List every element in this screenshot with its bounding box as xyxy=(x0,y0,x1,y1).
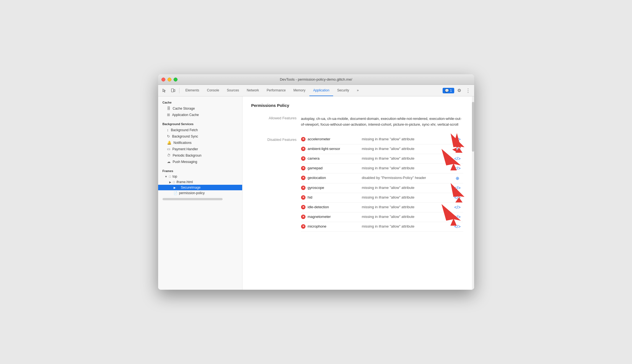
code-link-microphone[interactable]: </> xyxy=(452,223,463,230)
feedback-icon: 💬 xyxy=(445,89,449,93)
feature-label-ambient: ambient-light-sensor xyxy=(308,147,340,151)
cursor-tool-button[interactable] xyxy=(160,87,168,94)
tab-network[interactable]: Network xyxy=(243,85,263,96)
more-options-button[interactable]: ⋮ xyxy=(464,87,472,94)
permission-policy-icon: 📄 xyxy=(174,191,177,195)
disabled-row-geolocation: ✕ geolocation disabled by "Permissions-P… xyxy=(301,173,463,183)
code-link-magnetometer[interactable]: </> xyxy=(452,213,463,221)
reason-geolocation: disabled by "Permissions-Policy" header xyxy=(362,175,452,181)
sidebar-item-permission-policy[interactable]: 📄 permission-policy xyxy=(158,190,242,196)
sidebar-item-push-messaging[interactable]: ☁ Push Messaging xyxy=(158,159,242,165)
svg-rect-0 xyxy=(171,89,174,92)
tab-elements[interactable]: Elements xyxy=(182,85,203,96)
main-content: Permissions Policy Allowed Features auto… xyxy=(242,96,472,290)
maximize-button[interactable] xyxy=(174,78,177,81)
tab-memory[interactable]: Memory xyxy=(289,85,309,96)
cache-section: Cache 🗄 Cache Storage ⊞ Application Cach… xyxy=(158,99,242,118)
tab-more[interactable]: » xyxy=(353,85,363,96)
feedback-badge-button[interactable]: 💬 1 xyxy=(443,88,454,93)
devtools-container: Elements Console Sources Network Perform… xyxy=(158,85,474,290)
bg-fetch-label: Background Fetch xyxy=(171,128,198,132)
bg-fetch-icon: ↕ xyxy=(167,128,169,132)
payment-handler-label: Payment Handler xyxy=(173,147,198,151)
reason-camera: missing in iframe "allow" attribute xyxy=(362,155,452,162)
sidebar: Cache 🗄 Cache Storage ⊞ Application Cach… xyxy=(158,96,242,290)
feature-label-gamepad: gamepad xyxy=(308,166,323,170)
periodic-bg-label: Periodic Backgroun xyxy=(173,154,202,157)
window-title: DevTools - permission-policy-demo.glitch… xyxy=(280,77,352,81)
reason-gamepad: missing in iframe "allow" attribute xyxy=(362,165,452,171)
error-icon-magnetometer: ✕ xyxy=(301,215,305,219)
titlebar: DevTools - permission-policy-demo.glitch… xyxy=(158,74,474,85)
frames-section-title: Frames xyxy=(158,167,242,174)
red-arrow-1 xyxy=(446,132,469,154)
feature-name-gyroscope: ✕ gyroscope xyxy=(301,184,362,191)
allowed-features-label: Allowed Features xyxy=(251,113,301,130)
reason-magnetometer: missing in iframe "allow" attribute xyxy=(362,213,452,220)
tab-security[interactable]: Security xyxy=(333,85,353,96)
sidebar-item-bg-fetch[interactable]: ↕ Background Fetch xyxy=(158,127,242,133)
reason-gyroscope: missing in iframe "allow" attribute xyxy=(362,184,452,191)
code-link-camera[interactable]: </> xyxy=(452,155,463,162)
triangle-right-filled-icon: ▶ xyxy=(174,186,176,189)
sidebar-item-bg-sync[interactable]: ↻ Background Sync xyxy=(158,133,242,139)
device-toolbar-button[interactable] xyxy=(169,87,177,94)
feature-name-ambient: ✕ ambient-light-sensor xyxy=(301,146,362,152)
sidebar-item-iframe[interactable]: ▶ □ iframe.html xyxy=(158,179,242,185)
code-link-gamepad[interactable]: </> xyxy=(452,165,463,172)
disabled-features-row: Disabled Features xyxy=(251,135,463,232)
permission-policy-label: permission-policy xyxy=(179,191,205,195)
error-icon-hid: ✕ xyxy=(301,195,305,200)
sidebar-scrollbar xyxy=(163,198,223,200)
sidebar-item-notifications[interactable]: 🔔 Notifications xyxy=(158,139,242,146)
page-title: Permissions Policy xyxy=(251,103,463,108)
disabled-row-hid: ✕ hid missing in iframe "allow" attribut… xyxy=(301,193,463,203)
sidebar-item-periodic-bg[interactable]: ⏱ Periodic Backgroun xyxy=(158,152,242,159)
disabled-row-microphone: ✕ microphone missing in iframe "allow" a… xyxy=(301,222,463,232)
feature-name-accelerometer: ✕ accelerometer xyxy=(301,136,362,143)
sidebar-item-cache-storage[interactable]: 🗄 Cache Storage xyxy=(158,105,242,112)
sidebar-item-application-cache[interactable]: ⊞ Application Cache xyxy=(158,112,242,118)
feature-name-camera: ✕ camera xyxy=(301,155,362,162)
top-frame-label: top xyxy=(173,175,177,178)
frame-top-icon: □ xyxy=(169,175,171,178)
payment-handler-icon: ▭ xyxy=(167,147,170,151)
periodic-bg-icon: ⏱ xyxy=(167,153,171,157)
settings-button[interactable]: ⚙ xyxy=(455,87,463,94)
feature-label-gyroscope: gyroscope xyxy=(308,186,324,190)
cache-section-title: Cache xyxy=(158,99,242,105)
tab-console[interactable]: Console xyxy=(203,85,223,96)
close-button[interactable] xyxy=(161,78,165,81)
cache-storage-icon: 🗄 xyxy=(167,106,171,110)
error-icon-accelerometer: ✕ xyxy=(301,137,305,141)
tab-application[interactable]: Application xyxy=(309,85,333,96)
main-scrollbar-thumb[interactable] xyxy=(472,102,474,152)
sidebar-item-top-frame[interactable]: ▼ □ top xyxy=(158,174,242,179)
sidebar-item-secure-image[interactable]: ▶ □ SecureImage xyxy=(158,185,242,190)
tab-sources[interactable]: Sources xyxy=(223,85,243,96)
iframe-label: iframe.html xyxy=(176,180,193,184)
error-icon-gyroscope: ✕ xyxy=(301,186,305,190)
disabled-row-camera: ✕ camera missing in iframe "allow" attri… xyxy=(301,154,463,164)
notifications-icon: 🔔 xyxy=(167,141,171,145)
traffic-lights xyxy=(161,78,177,81)
disabled-row-idle: ✕ idle-detection missing in iframe "allo… xyxy=(301,203,463,212)
disabled-row-magnetometer: ✕ magnetometer missing in iframe "allow"… xyxy=(301,212,463,222)
push-messaging-label: Push Messaging xyxy=(173,160,197,164)
error-icon-ambient: ✕ xyxy=(301,147,305,151)
disabled-row-ambient: ✕ ambient-light-sensor missing in iframe… xyxy=(301,144,463,154)
sidebar-item-payment-handler[interactable]: ▭ Payment Handler xyxy=(158,146,242,152)
error-icon-camera: ✕ xyxy=(301,156,305,161)
secure-image-icon: □ xyxy=(177,186,179,189)
feature-label-idle: idle-detection xyxy=(308,205,329,209)
toolbar-separator xyxy=(179,88,179,93)
application-cache-label: Application Cache xyxy=(172,113,199,117)
feature-name-magnetometer: ✕ magnetometer xyxy=(301,213,362,220)
arrow-annotation-1 xyxy=(446,132,469,155)
tab-performance[interactable]: Performance xyxy=(263,85,290,96)
red-arrow-2 xyxy=(446,182,469,204)
error-icon-geolocation: ✕ xyxy=(301,176,305,180)
minimize-button[interactable] xyxy=(168,78,171,81)
code-link-geolocation[interactable]: ⊕ xyxy=(452,175,463,182)
feature-name-gamepad: ✕ gamepad xyxy=(301,165,362,172)
